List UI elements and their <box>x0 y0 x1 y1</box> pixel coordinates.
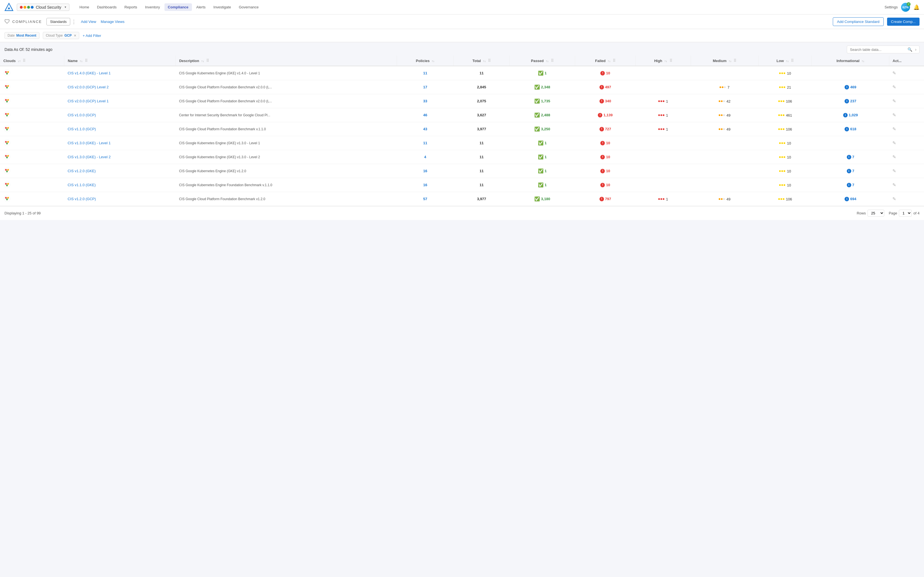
total-cell: 11 <box>454 164 509 178</box>
more-options-icon[interactable]: ⋮ <box>71 19 76 25</box>
svg-point-6 <box>6 73 8 75</box>
manage-views-link[interactable]: Manage Views <box>101 19 124 24</box>
col-medium[interactable]: Medium ↑↓ ⠿ <box>691 56 758 66</box>
description-text: CIS Google Cloud Platform Foundation Ben… <box>179 85 272 89</box>
nav-investigate[interactable]: Investigate <box>210 3 234 11</box>
medium-cell: 49 <box>691 108 758 122</box>
failed-col-drag[interactable]: ⠿ <box>613 58 615 63</box>
passed-check-icon: ✅ <box>538 71 544 76</box>
cloud-icon-cell <box>0 80 65 94</box>
standard-name-link[interactable]: CIS v1.2.0 (GCP) <box>68 197 96 201</box>
create-compliance-button[interactable]: Create Comp... <box>887 18 919 26</box>
col-name[interactable]: Name ↑↓ ⠿ <box>65 56 176 66</box>
settings-button[interactable]: Settings <box>885 5 898 9</box>
brand-selector[interactable]: Cloud Security ▾ <box>17 4 69 11</box>
failed-cell: ! 10 <box>575 164 635 178</box>
edit-action-icon[interactable]: ✎ <box>892 71 896 76</box>
total-col-drag[interactable]: ⠿ <box>488 58 491 63</box>
svg-point-12 <box>5 99 7 101</box>
col-total[interactable]: Total ↑↓ ⠿ <box>454 56 509 66</box>
edit-action-icon[interactable]: ✎ <box>892 85 896 89</box>
edit-action-icon[interactable]: ✎ <box>892 99 896 103</box>
nav-compliance[interactable]: Compliance <box>165 3 192 11</box>
col-informational[interactable]: Informational ↑↓ <box>812 56 889 66</box>
edit-action-icon[interactable]: ✎ <box>892 140 896 145</box>
cloud-type-filter-pill[interactable]: Cloud Type GCP × <box>43 32 79 39</box>
table-search-box[interactable]: 🔍 › <box>847 45 919 53</box>
avatar[interactable]: 62% ✓ <box>901 3 910 12</box>
svg-point-42 <box>6 198 8 200</box>
add-view-link[interactable]: Add View <box>81 19 96 24</box>
standard-name-link[interactable]: CIS v1.1.0 (GKE) <box>68 183 96 187</box>
nav-dashboards[interactable]: Dashboards <box>94 3 120 11</box>
description-text: CIS Google Cloud Platform Foundation Ben… <box>179 99 272 103</box>
search-input[interactable] <box>850 48 906 52</box>
standard-name-link[interactable]: CIS v1.1.0 (GCP) <box>68 127 96 131</box>
standard-name-link[interactable]: CIS v1.3.0 (GKE) - Level 2 <box>68 155 111 159</box>
low-cell: 10 <box>758 178 812 192</box>
standard-name-link[interactable]: CIS v1.2.0 (GKE) <box>68 169 96 173</box>
date-filter-pill[interactable]: Date Most Recent <box>5 32 39 39</box>
failed-icon: ! <box>600 169 605 173</box>
col-high[interactable]: High ↑↓ ⠿ <box>636 56 691 66</box>
passed-cell: ✅ 1,735 <box>509 94 575 108</box>
medium-col-drag[interactable]: ⠿ <box>733 58 736 63</box>
col-low[interactable]: Low ↑↓ ⠿ <box>758 56 812 66</box>
description-text: CIS Google Kubernetes Engine (GKE) v1.4.… <box>179 71 260 75</box>
edit-action-icon[interactable]: ✎ <box>892 127 896 131</box>
add-compliance-standard-button[interactable]: Add Compliance Standard <box>833 17 884 26</box>
col-policies[interactable]: Policies ↑↓ <box>397 56 454 66</box>
notifications-bell-icon[interactable]: 🔔 <box>913 4 919 10</box>
subheader-actions: Add Compliance Standard Create Comp... <box>833 17 919 26</box>
info-badge: i 7 <box>847 155 855 160</box>
page-number-select[interactable]: 1 2 3 4 <box>899 210 912 217</box>
col-clouds[interactable]: Clouds ↓↑ ⠿ <box>0 56 65 66</box>
of-pages-label: of 4 <box>913 211 919 215</box>
cloud-icon-cell <box>0 192 65 206</box>
cloud-type-remove-icon[interactable]: × <box>74 33 76 38</box>
edit-action-icon[interactable]: ✎ <box>892 182 896 187</box>
high-sort-icon: ↑↓ <box>664 60 667 63</box>
col-failed[interactable]: Failed ↑↓ ⠿ <box>575 56 635 66</box>
app-logo <box>5 3 13 12</box>
low-col-drag[interactable]: ⠿ <box>791 58 794 63</box>
search-icon: 🔍 <box>908 47 912 52</box>
add-filter-button[interactable]: + Add Filter <box>82 34 101 38</box>
col-description[interactable]: Description ↑↓ ⠿ <box>176 56 397 66</box>
edit-action-icon[interactable]: ✎ <box>892 197 896 201</box>
standard-name-link[interactable]: CIS v2.0.0 (GCP) Level 2 <box>68 85 109 89</box>
clouds-col-drag[interactable]: ⠿ <box>23 58 26 63</box>
standard-name-link[interactable]: CIS v1.3.0 (GKE) - Level 1 <box>68 141 111 145</box>
nav-governance[interactable]: Governance <box>236 3 262 11</box>
edit-action-icon[interactable]: ✎ <box>892 155 896 160</box>
description-text: CIS Google Kubernetes Engine Foundation … <box>179 183 272 187</box>
nav-alerts[interactable]: Alerts <box>193 3 209 11</box>
total-cell: 11 <box>454 150 509 164</box>
standard-name-link[interactable]: CIS v2.0.0 (GCP) Level 1 <box>68 99 109 103</box>
high-col-drag[interactable]: ⠿ <box>669 58 672 63</box>
nav-home[interactable]: Home <box>76 3 93 11</box>
name-col-drag[interactable]: ⠿ <box>85 58 87 63</box>
informational-cell: i 694 <box>812 192 889 206</box>
edit-action-icon[interactable]: ✎ <box>892 169 896 173</box>
nav-inventory[interactable]: Inventory <box>142 3 163 11</box>
brand-name: Cloud Security <box>36 5 61 10</box>
passed-check-icon: ✅ <box>538 182 544 188</box>
description-cell: Center for Internet Security Benchmark f… <box>176 108 397 122</box>
standard-name-link[interactable]: CIS v1.4.0 (GKE) - Level 1 <box>68 71 111 75</box>
high-value: 1 <box>658 197 668 201</box>
passed-col-drag[interactable]: ⠿ <box>551 58 554 63</box>
expand-icon[interactable]: › <box>915 47 916 52</box>
failed-badge: ! 10 <box>600 141 610 145</box>
informational-cell: i 1,029 <box>812 108 889 122</box>
nav-reports[interactable]: Reports <box>121 3 141 11</box>
rows-select[interactable]: 25 50 100 <box>867 210 884 217</box>
high-value: 1 <box>658 99 668 103</box>
tab-standards[interactable]: Standards <box>47 18 70 26</box>
low-cell: 106 <box>758 94 812 108</box>
desc-col-drag[interactable]: ⠿ <box>206 58 209 63</box>
col-passed[interactable]: Passed ↑↓ ⠿ <box>509 56 575 66</box>
edit-action-icon[interactable]: ✎ <box>892 113 896 118</box>
standard-name-link[interactable]: CIS v1.0.0 (GCP) <box>68 113 96 117</box>
passed-cell: ✅ 1 <box>509 164 575 178</box>
